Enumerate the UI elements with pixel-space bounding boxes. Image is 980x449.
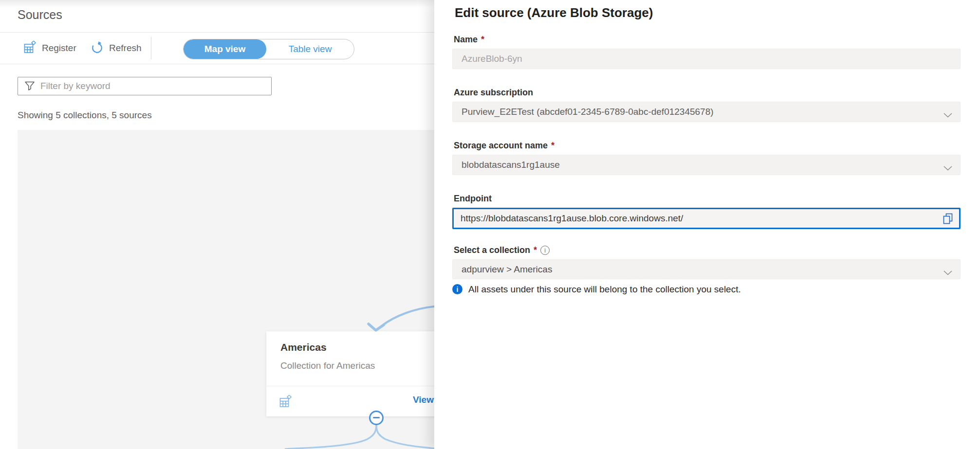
chevron-down-icon bbox=[943, 267, 952, 278]
collection-title: Americas bbox=[280, 341, 327, 353]
page-title: Sources bbox=[18, 8, 62, 22]
refresh-icon bbox=[91, 41, 104, 56]
divider bbox=[0, 64, 434, 64]
required-asterisk: * bbox=[481, 35, 484, 45]
name-field[interactable] bbox=[452, 49, 961, 69]
top-gradient bbox=[0, 0, 434, 8]
name-label: Name* bbox=[454, 35, 484, 45]
panel-title: Edit source (Azure Blob Storage) bbox=[455, 5, 653, 20]
endpoint-label: Endpoint bbox=[454, 194, 492, 204]
collections-map[interactable]: Americas Collection for Americas View bbox=[18, 130, 434, 449]
register-icon bbox=[23, 41, 37, 56]
collection-label: Select a collection* i bbox=[454, 245, 550, 255]
note-text: All assets under this source will belong… bbox=[468, 284, 741, 295]
collapse-node-button[interactable] bbox=[369, 411, 384, 425]
endpoint-field[interactable] bbox=[452, 208, 961, 229]
collection-subtitle: Collection for Americas bbox=[280, 360, 375, 371]
info-filled-icon: i bbox=[452, 284, 462, 294]
view-toggle: Map view Table view bbox=[183, 39, 354, 59]
register-button[interactable]: Register bbox=[23, 33, 76, 64]
toolbar-separator bbox=[151, 37, 151, 59]
storage-label: Storage account name* bbox=[454, 141, 555, 151]
subscription-dropdown[interactable]: Purview_E2ETest (abcdef01-2345-6789-0abc… bbox=[452, 102, 961, 122]
chevron-down-icon bbox=[943, 109, 952, 120]
collection-card-footer: View bbox=[266, 386, 461, 416]
storage-dropdown[interactable]: blobdatascans1rg1ause bbox=[452, 155, 961, 175]
copy-button[interactable] bbox=[942, 213, 955, 226]
view-link[interactable]: View bbox=[413, 395, 434, 405]
map-view-toggle[interactable]: Map view bbox=[184, 39, 266, 59]
collection-value: adpurview > Americas bbox=[462, 264, 552, 275]
register-label: Register bbox=[42, 43, 76, 54]
subscription-value: Purview_E2ETest (abcdef01-2345-6789-0abc… bbox=[462, 107, 714, 117]
table-view-toggle[interactable]: Table view bbox=[266, 39, 354, 59]
subscription-label: Azure subscription bbox=[454, 88, 533, 98]
info-icon[interactable]: i bbox=[540, 246, 550, 255]
results-summary: Showing 5 collections, 5 sources bbox=[18, 110, 152, 121]
sources-page: Sources Register bbox=[0, 0, 434, 449]
command-bar: Register Refresh Map view Table view bbox=[0, 33, 434, 64]
required-asterisk: * bbox=[534, 245, 537, 255]
refresh-label: Refresh bbox=[109, 43, 142, 54]
collection-dropdown[interactable]: adpurview > Americas bbox=[452, 259, 961, 279]
storage-value: blobdatascans1rg1ause bbox=[462, 160, 560, 170]
refresh-button[interactable]: Refresh bbox=[91, 33, 142, 64]
collection-card-americas[interactable]: Americas Collection for Americas View bbox=[266, 331, 461, 416]
collection-note: i All assets under this source will belo… bbox=[452, 284, 741, 295]
edit-source-panel: Edit source (Azure Blob Storage) Name* A… bbox=[434, 0, 980, 449]
required-asterisk: * bbox=[551, 141, 555, 151]
filter-icon bbox=[24, 81, 35, 93]
minus-icon bbox=[373, 417, 380, 418]
chevron-down-icon bbox=[943, 162, 952, 173]
sources-grid-icon bbox=[279, 395, 292, 410]
filter-input[interactable] bbox=[18, 77, 272, 95]
filter-field bbox=[18, 77, 272, 95]
